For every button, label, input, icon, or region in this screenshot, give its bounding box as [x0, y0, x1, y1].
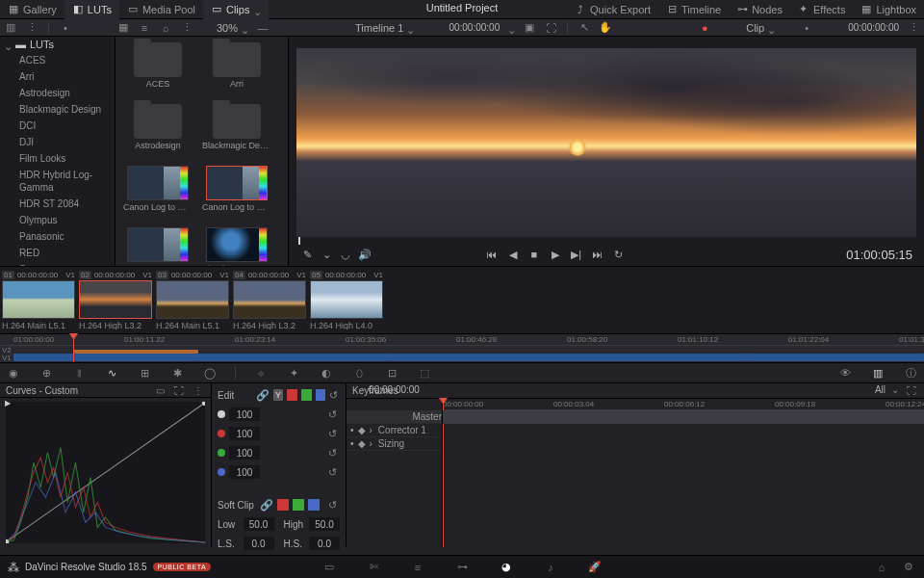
clip-dropdown[interactable]: Clip⌄	[746, 22, 775, 34]
tab-clips[interactable]: ▭Clips⌄	[203, 0, 269, 19]
kf-ruler[interactable]: 00:00:00:0000:00:03.0400:00:06:1200:00:0…	[443, 399, 924, 410]
reset-icon[interactable]: ↺	[328, 466, 340, 478]
page-fusion[interactable]: ⊶	[454, 560, 470, 575]
channel-g[interactable]	[301, 389, 312, 401]
tab-luts[interactable]: ◧LUTs	[64, 0, 119, 19]
keyframe-icon[interactable]: ▥	[870, 365, 886, 381]
bars-icon[interactable]: ⫴	[71, 365, 87, 381]
lut-folder[interactable]: Astrodesign	[123, 104, 192, 150]
reset-icon[interactable]: ↺	[328, 447, 340, 459]
timeline-clip[interactable]	[13, 354, 73, 361]
lut-thumb[interactable]: Canon Log to Rec709	[202, 166, 271, 212]
tab-gallery[interactable]: ▦Gallery	[0, 0, 64, 19]
timeline-ruler[interactable]: 01:00:00:0001:00:11.2201:00:23:1401:00:3…	[0, 334, 924, 346]
channel-b[interactable]	[308, 499, 320, 511]
hs-input[interactable]	[309, 537, 340, 550]
sidebar-item[interactable]: Astrodesign	[0, 85, 115, 101]
kf-track-master[interactable]	[443, 410, 924, 424]
playhead[interactable]	[73, 334, 74, 362]
target-icon[interactable]: ⊕	[38, 365, 54, 381]
channel-b[interactable]	[316, 389, 326, 401]
scopes-icon[interactable]: 👁	[837, 365, 853, 381]
sidebar-item[interactable]: HDR Hybrid Log-Gamma	[0, 167, 115, 196]
zoom-dropdown[interactable]: 30%⌄	[217, 22, 248, 34]
sidebar-item[interactable]: Panasonic	[0, 228, 115, 245]
reset-icon[interactable]: ↺	[328, 499, 340, 511]
expand-icon[interactable]: ⛶	[172, 383, 186, 397]
sizing-icon[interactable]: ⊡	[384, 365, 399, 381]
key-icon[interactable]: ⬯	[351, 365, 367, 381]
timeline-clip[interactable]	[391, 354, 747, 361]
sidebar-toggle-icon[interactable]: ▥	[4, 21, 17, 35]
highlight-icon[interactable]: ◡	[339, 248, 352, 261]
menu-icon[interactable]: ⋮	[907, 21, 920, 35]
window-icon[interactable]: ◯	[202, 365, 218, 381]
sidebar-item[interactable]: ACES	[0, 52, 115, 68]
3d-icon[interactable]: ⬚	[417, 365, 432, 381]
page-deliver[interactable]: 🚀	[587, 560, 603, 575]
sidebar-item[interactable]: Sony	[0, 261, 115, 266]
magic-icon[interactable]: ✦	[286, 365, 301, 381]
dot-icon[interactable]: •	[800, 21, 813, 35]
tab-nodes[interactable]: ⊶Nodes	[729, 0, 790, 19]
page-media[interactable]: ▭	[321, 560, 337, 575]
volume-icon[interactable]: 🔊	[358, 248, 372, 261]
info-icon[interactable]: ⓘ	[903, 365, 918, 381]
curves-icon[interactable]: ∿	[104, 365, 119, 381]
fit-icon[interactable]: —	[256, 21, 270, 35]
sidebar-item[interactable]: HDR ST 2084	[0, 196, 115, 212]
home-icon[interactable]: ⌂	[874, 560, 889, 575]
sidebar-item[interactable]: RED	[0, 245, 115, 261]
tab-timeline[interactable]: ⊟Timeline	[658, 0, 729, 19]
lut-folder[interactable]: Blackmagic Design	[202, 104, 271, 150]
blur-icon[interactable]: ◐	[319, 365, 334, 381]
lut-folder[interactable]: Arri	[202, 42, 271, 89]
lut-thumb[interactable]: Canon Log to Video	[123, 227, 192, 266]
value-input[interactable]	[229, 407, 260, 421]
reset-icon[interactable]: ↺	[328, 408, 340, 420]
ls-input[interactable]	[244, 537, 274, 550]
grid-view-icon[interactable]: ▦	[116, 21, 130, 35]
sidebar-root[interactable]: ⌄▬LUTs	[0, 37, 115, 52]
viewer-image[interactable]	[296, 48, 916, 237]
kf-row[interactable]: •◆›Sizing	[346, 437, 442, 451]
settings-icon[interactable]: ⚙	[901, 560, 916, 575]
tab-quick-export[interactable]: ⤴Quick Export	[567, 0, 658, 19]
warper-icon[interactable]: ⊞	[137, 365, 152, 381]
timeline-dropdown[interactable]: Timeline 1⌄	[355, 22, 414, 34]
menu-icon[interactable]: ⋮	[192, 383, 205, 397]
kf-all-label[interactable]: All	[875, 384, 886, 398]
reset-icon[interactable]: ↺	[328, 428, 340, 439]
kf-diamond[interactable]: ◆	[358, 438, 366, 449]
tab-lightbox[interactable]: ▦Lightbox	[853, 0, 924, 19]
curves-plot[interactable]: ▶	[6, 402, 205, 543]
clip[interactable]: 0200:00:00:00V1H.264 High L3.2	[79, 271, 152, 329]
chevron-down-icon[interactable]: ⌄	[507, 24, 515, 32]
lut-thumb[interactable]: Canon Log to Cineon	[123, 166, 192, 212]
next-frame-icon[interactable]: ▶|	[570, 248, 583, 261]
kf-diamond[interactable]: ◆	[358, 425, 366, 435]
sidebar-item[interactable]: DJI	[0, 134, 115, 150]
last-frame-icon[interactable]: ⏭	[591, 248, 604, 261]
kf-row[interactable]: •◆›Corrector 1	[346, 424, 442, 437]
timeline-tracks[interactable]: V2 V1	[0, 346, 924, 363]
list-view-icon[interactable]: ≡	[138, 21, 151, 35]
page-color[interactable]: ◕	[499, 560, 514, 575]
tab-media-pool[interactable]: ▭Media Pool	[119, 0, 203, 19]
menu-icon[interactable]: ⋮	[180, 21, 193, 35]
tab-effects[interactable]: ✦Effects	[790, 0, 853, 19]
eyedropper-icon[interactable]: ✎	[300, 248, 314, 261]
value-input[interactable]	[229, 446, 260, 460]
wheel-icon[interactable]: ◉	[6, 365, 21, 381]
sidebar-item[interactable]: Blackmagic Design	[0, 101, 115, 118]
hand-icon[interactable]: ✋	[599, 21, 612, 35]
link-icon[interactable]: 🔗	[256, 388, 270, 402]
channel-r[interactable]	[287, 389, 297, 401]
low-input[interactable]	[244, 517, 274, 531]
timeline[interactable]: 01:00:00:0001:00:11.2201:00:23:1401:00:3…	[0, 333, 924, 362]
loop-icon[interactable]: ↻	[612, 248, 626, 261]
prev-frame-icon[interactable]: ◀	[506, 248, 520, 261]
search-icon[interactable]: ⌕	[159, 21, 172, 35]
timeline-clip[interactable]	[747, 354, 924, 361]
kf-row[interactable]: Master	[346, 410, 442, 424]
